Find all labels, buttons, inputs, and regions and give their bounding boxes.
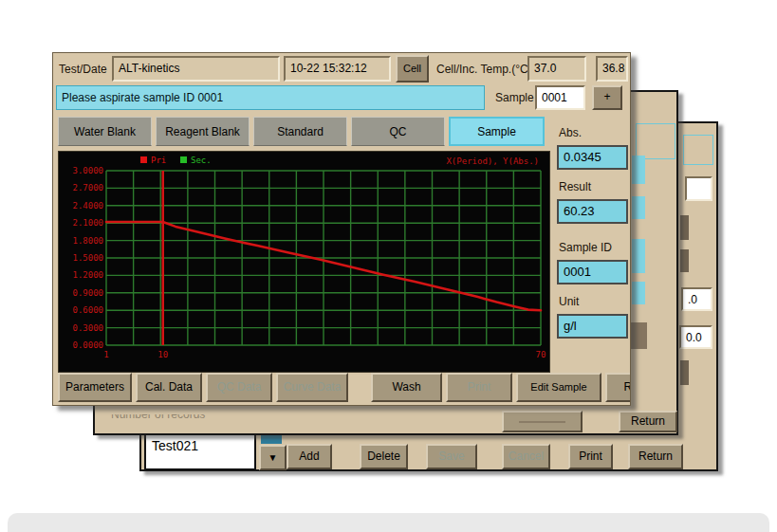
svg-text:0.6000: 0.6000 [72, 305, 103, 315]
partial-panel [683, 135, 713, 165]
tab-standard[interactable]: Standard [253, 117, 347, 146]
svg-text:2.7000: 2.7000 [72, 183, 103, 193]
delete-button[interactable]: Delete [360, 444, 408, 469]
result-sample-id-field: 0001 [557, 260, 628, 284]
tab-water-blank[interactable]: Water Blank [58, 117, 152, 146]
svg-text:0.0000: 0.0000 [72, 340, 103, 350]
result-value-field: 60.23 [557, 199, 628, 224]
records-count-text: Number of records [111, 414, 263, 424]
print-button[interactable]: Print [568, 444, 613, 469]
svg-text:1.8000: 1.8000 [72, 236, 103, 246]
partial-button[interactable] [680, 249, 689, 272]
partial-field [632, 239, 645, 273]
chevron-down-icon[interactable]: ▼ [259, 445, 287, 470]
partial-panel [636, 123, 675, 159]
partial-button[interactable] [502, 411, 583, 432]
save-button[interactable]: Save [426, 444, 477, 469]
measure-window: Test/Date ALT-kinetics 10-22 15:32:12 Ce… [52, 52, 631, 406]
svg-text:0.3000: 0.3000 [72, 323, 103, 333]
return-button[interactable]: Return [628, 444, 683, 469]
svg-text:2.1000: 2.1000 [72, 218, 103, 228]
unit-value-field: g/l [557, 314, 628, 339]
tab-reagent-blank[interactable]: Reagent Blank [156, 117, 250, 146]
partial-field [632, 282, 645, 304]
partial-field[interactable] [685, 176, 712, 201]
parameters-button[interactable]: Parameters [58, 373, 132, 402]
abs-label: Abs. [559, 126, 582, 139]
result-sample-id-label: Sample ID [559, 241, 612, 254]
svg-text:1: 1 [103, 350, 108, 359]
datetime-field: 10-22 15:32:12 [284, 56, 391, 82]
svg-text:70: 70 [536, 350, 546, 359]
cell-button[interactable]: Cell [396, 55, 429, 83]
sample-id-input[interactable]: 0001 [535, 85, 585, 110]
svg-text:Pri: Pri [151, 156, 166, 165]
add-button[interactable]: Add [287, 444, 332, 469]
status-message: Please aspirate sample ID 0001 [56, 85, 485, 110]
taskbar-strip [8, 513, 769, 532]
screen: .0 0.0 Test020 Test021 ▼ Add Delete Save… [0, 0, 777, 532]
svg-text:1.2000: 1.2000 [72, 270, 103, 280]
svg-text:2.4000: 2.4000 [72, 201, 103, 211]
svg-text:10: 10 [157, 350, 168, 359]
svg-text:1.5000: 1.5000 [72, 253, 103, 263]
partial-button[interactable] [680, 360, 689, 385]
kinetics-chart: 3.00002.70002.40002.10001.80001.50001.20… [58, 151, 550, 373]
partial-field [632, 196, 645, 219]
svg-text:X(Period), Y(Abs.): X(Period), Y(Abs.) [446, 156, 539, 166]
list-item[interactable]: Test021 [146, 436, 254, 453]
tab-sample[interactable]: Sample [449, 117, 545, 146]
wash-button[interactable]: Wash [371, 373, 442, 402]
return-button[interactable]: Return [605, 373, 631, 402]
cell-temp-field: 37.0 [527, 56, 586, 82]
limit-field[interactable]: 0.0 [679, 325, 712, 349]
tab-qc[interactable]: QC [351, 117, 445, 146]
inc-temp-field: 36.8 [596, 56, 628, 82]
test-name-field[interactable]: ALT-kinetics [112, 56, 280, 82]
abs-value-field: 0.0345 [557, 145, 628, 170]
return-button[interactable]: Return [619, 411, 677, 432]
result-label: Result [559, 180, 591, 193]
edit-sample-button[interactable]: Edit Sample [516, 373, 601, 402]
increment-sample-button[interactable]: + [592, 85, 622, 110]
cancel-button[interactable]: Cancel [502, 444, 550, 469]
svg-text:0.9000: 0.9000 [72, 288, 103, 298]
temp-label: Cell/Inc. Temp.(°C) [436, 63, 532, 76]
test-date-label: Test/Date [59, 63, 107, 76]
partial-field [632, 156, 645, 184]
svg-text:3.0000: 3.0000 [72, 166, 103, 175]
qc-data-button[interactable]: QC Data [206, 373, 272, 402]
partial-button[interactable] [680, 215, 689, 240]
svg-text:Sec.: Sec. [191, 156, 212, 165]
print-button[interactable]: Print [446, 373, 512, 402]
unit-label: Unit [559, 295, 579, 308]
limit-field[interactable]: .0 [681, 287, 712, 311]
cal-data-button[interactable]: Cal. Data [136, 373, 202, 402]
curve-data-button[interactable]: Curve Data [276, 373, 348, 402]
